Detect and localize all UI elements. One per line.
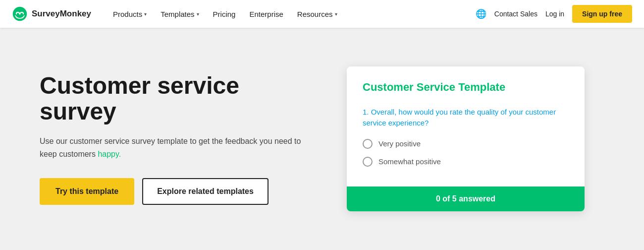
nav-resources[interactable]: Resources ▾	[291, 6, 343, 22]
nav-links: Products ▾ Templates ▾ Pricing Enterpris…	[107, 6, 476, 22]
explore-templates-button[interactable]: Explore related templates	[142, 178, 268, 205]
nav-templates[interactable]: Templates ▾	[155, 6, 205, 22]
hero-buttons: Try this template Explore related templa…	[40, 178, 317, 205]
navbar: SurveyMonkey Products ▾ Templates ▾ Pric…	[0, 0, 644, 28]
nav-pricing[interactable]: Pricing	[207, 6, 242, 22]
nav-products[interactable]: Products ▾	[107, 6, 153, 22]
card-scroll-area[interactable]: Customer Service Template 1. Overall, ho…	[347, 66, 585, 187]
hero-subtitle-text: Use our customer service survey template…	[40, 137, 301, 158]
progress-text: 0 of 5 answered	[436, 194, 495, 203]
hero-content: Customer service survey Use our customer…	[40, 73, 317, 205]
option-somewhat-positive[interactable]: Somewhat positive	[363, 157, 569, 167]
card-title: Customer Service Template	[363, 80, 569, 95]
templates-chevron-icon: ▾	[197, 11, 199, 17]
radio-somewhat-positive[interactable]	[363, 157, 373, 167]
globe-icon[interactable]: 🌐	[476, 8, 486, 19]
question-label: 1. Overall, how would you rate the quali…	[363, 107, 569, 129]
contact-sales-link[interactable]: Contact Sales	[494, 10, 537, 18]
hero-subtitle: Use our customer service survey template…	[40, 135, 317, 160]
signup-button[interactable]: Sign up free	[572, 5, 632, 23]
option-somewhat-positive-label: Somewhat positive	[378, 157, 441, 166]
logo-icon	[12, 6, 28, 22]
logo-text: SurveyMonkey	[32, 9, 91, 19]
option-very-positive[interactable]: Very positive	[363, 139, 569, 149]
option-very-positive-label: Very positive	[378, 139, 421, 148]
nav-enterprise[interactable]: Enterprise	[243, 6, 289, 22]
radio-very-positive[interactable]	[363, 139, 373, 149]
question-text: Overall, how would you rate the quality …	[363, 108, 556, 127]
hero-section: Customer service survey Use our customer…	[0, 28, 644, 250]
login-link[interactable]: Log in	[545, 10, 564, 18]
products-chevron-icon: ▾	[144, 11, 147, 17]
nav-right: 🌐 Contact Sales Log in Sign up free	[476, 5, 632, 23]
resources-chevron-icon: ▾	[335, 11, 337, 17]
hero-subtitle-highlight: happy.	[98, 150, 121, 158]
logo-link[interactable]: SurveyMonkey	[12, 6, 91, 22]
try-template-button[interactable]: Try this template	[40, 178, 134, 205]
card-footer: 0 of 5 answered	[347, 187, 585, 211]
hero-title: Customer service survey	[40, 73, 317, 125]
survey-card: Customer Service Template 1. Overall, ho…	[347, 66, 585, 211]
question-number: 1.	[363, 108, 369, 116]
